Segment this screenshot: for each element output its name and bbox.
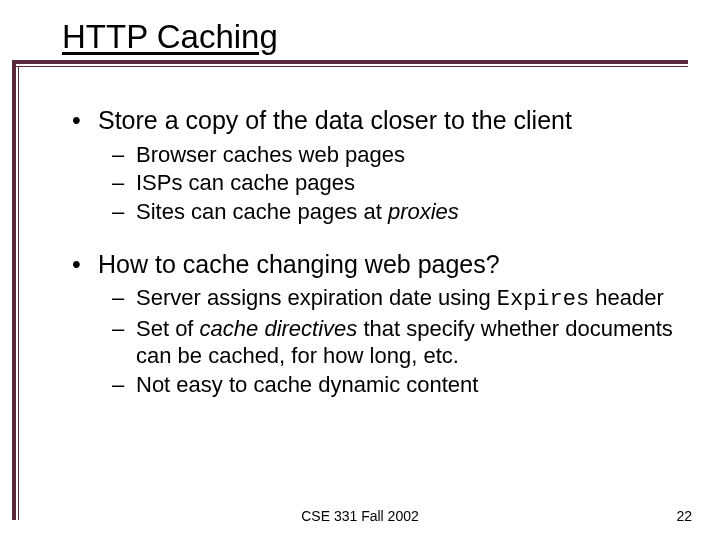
- text-italic: proxies: [388, 199, 459, 224]
- spacer: [70, 228, 684, 240]
- text-run: Set of: [136, 316, 200, 341]
- text-mono: Expires: [497, 287, 589, 312]
- slide-title: HTTP Caching: [62, 18, 688, 62]
- bullet-1-sub-2: ISPs can cache pages: [70, 170, 684, 197]
- vert-rule-thin: [18, 66, 19, 520]
- bullet-2-sub-3: Not easy to cache dynamic content: [70, 372, 684, 399]
- vert-rule-thick: [12, 60, 16, 520]
- bullet-1: Store a copy of the data closer to the c…: [70, 106, 684, 136]
- rule-thick: [12, 60, 688, 64]
- rule-thin: [12, 66, 688, 67]
- content: Store a copy of the data closer to the c…: [70, 96, 684, 401]
- bullet-1-sub-3: Sites can cache pages at proxies: [70, 199, 684, 226]
- bullet-2-sub-1: Server assigns expiration date using Exp…: [70, 285, 684, 314]
- title-wrap: HTTP Caching: [62, 18, 688, 62]
- bullet-2: How to cache changing web pages?: [70, 250, 684, 280]
- bullet-2-sub-2: Set of cache directives that specify whe…: [70, 316, 684, 370]
- bullet-1-sub-1: Browser caches web pages: [70, 142, 684, 169]
- text-run: header: [589, 285, 664, 310]
- text-italic: cache directives: [200, 316, 358, 341]
- footer-center: CSE 331 Fall 2002: [0, 508, 720, 524]
- text-run: Sites can cache pages at: [136, 199, 388, 224]
- text-run: Server assigns expiration date using: [136, 285, 497, 310]
- page-number: 22: [676, 508, 692, 524]
- slide: HTTP Caching Store a copy of the data cl…: [0, 0, 720, 540]
